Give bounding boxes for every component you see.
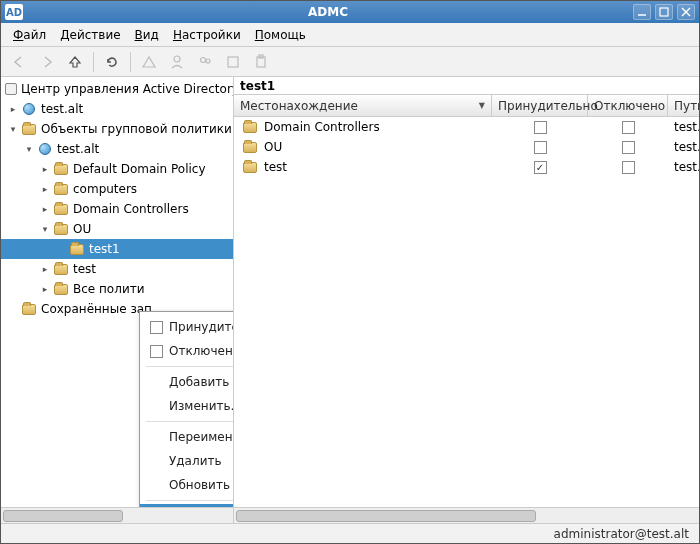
expand-icon[interactable]: ▸: [39, 204, 51, 214]
tree-item-selected[interactable]: test1: [87, 242, 120, 256]
expand-icon[interactable]: ▸: [39, 264, 51, 274]
nav-up-button[interactable]: [63, 50, 87, 74]
expand-icon[interactable]: ▸: [7, 104, 19, 114]
table-row[interactable]: Domain Controllers test.: [234, 117, 699, 137]
folder-icon: [53, 261, 69, 277]
svg-rect-7: [228, 57, 238, 67]
menu-settings[interactable]: Настройки: [167, 25, 247, 45]
menu-file[interactable]: Файл: [7, 25, 52, 45]
toolbar: [1, 47, 699, 77]
expand-icon[interactable]: ▸: [39, 184, 51, 194]
table-body: Domain Controllers test. OU test. test ✓…: [234, 117, 699, 507]
tree-hscroll[interactable]: [1, 507, 233, 523]
path-label: test1: [234, 77, 699, 95]
folder-icon: [21, 301, 37, 317]
checkbox[interactable]: [534, 121, 547, 134]
nav-forward-button[interactable]: [35, 50, 59, 74]
checkbox[interactable]: [622, 141, 635, 154]
table-header: Местонахождение▼ Принудительно Отключено…: [234, 95, 699, 117]
ctx-disabled[interactable]: Отключено: [140, 339, 233, 363]
tree-root[interactable]: Центр управления Active Directory [dc1.t: [19, 82, 233, 96]
ou-button[interactable]: [221, 50, 245, 74]
ctx-forced[interactable]: Принудительно: [140, 315, 233, 339]
ctx-rename[interactable]: Переименовать: [140, 425, 233, 449]
expand-icon[interactable]: ▸: [39, 164, 51, 174]
menubar: Файл Действие Вид Настройки Помощь: [1, 23, 699, 47]
svg-rect-1: [660, 8, 668, 16]
table-hscroll[interactable]: [234, 507, 699, 523]
folder-icon: [242, 139, 258, 155]
tree-domain[interactable]: test.alt: [39, 102, 83, 116]
checkbox[interactable]: [622, 121, 635, 134]
collapse-icon[interactable]: ▾: [7, 124, 19, 134]
folder-icon: [242, 159, 258, 175]
folder-icon: [53, 181, 69, 197]
menu-help[interactable]: Помощь: [249, 25, 312, 45]
col-path[interactable]: Путь: [668, 95, 699, 116]
folder-icon: [53, 221, 69, 237]
maximize-button[interactable]: [655, 4, 673, 20]
ctx-delete[interactable]: Удалить: [140, 449, 233, 473]
folder-icon: [21, 121, 37, 137]
tree-item[interactable]: computers: [71, 182, 137, 196]
tree-gpo-domain[interactable]: test.alt: [55, 142, 99, 156]
tree-view[interactable]: Центр управления Active Directory [dc1.t…: [1, 77, 233, 507]
minimize-button[interactable]: [633, 4, 651, 20]
user-button[interactable]: [165, 50, 189, 74]
table-row[interactable]: OU test.: [234, 137, 699, 157]
group-button[interactable]: [193, 50, 217, 74]
ctx-change[interactable]: Изменить...: [140, 394, 233, 418]
checkbox[interactable]: [534, 141, 547, 154]
ctx-refresh[interactable]: Обновить: [140, 473, 233, 497]
tree-item[interactable]: Default Domain Policy: [71, 162, 206, 176]
tree-item[interactable]: Domain Controllers: [71, 202, 189, 216]
table-row[interactable]: test ✓ test.: [234, 157, 699, 177]
collapse-icon[interactable]: ▾: [39, 224, 51, 234]
nav-back-button[interactable]: [7, 50, 31, 74]
col-forced[interactable]: Принудительно: [492, 95, 588, 116]
app-icon: AD: [5, 4, 23, 20]
status-bar: administrator@test.alt: [1, 523, 699, 543]
tree-item[interactable]: test: [71, 262, 96, 276]
col-disabled[interactable]: Отключено: [588, 95, 668, 116]
folder-icon: [53, 201, 69, 217]
folder-icon: [242, 119, 258, 135]
checkbox-icon: [150, 345, 163, 358]
checkbox[interactable]: [622, 161, 635, 174]
window-title: ADMC: [27, 5, 629, 19]
checkbox-icon: [150, 321, 163, 334]
folder-icon: [53, 161, 69, 177]
sort-desc-icon: ▼: [479, 101, 485, 110]
folder-icon: [69, 241, 85, 257]
svg-point-6: [206, 59, 210, 63]
svg-point-5: [201, 57, 206, 62]
tree-item[interactable]: Все полити: [71, 282, 144, 296]
ctx-add-link[interactable]: Добавить связь...: [140, 370, 233, 394]
menu-action[interactable]: Действие: [54, 25, 126, 45]
refresh-button[interactable]: [100, 50, 124, 74]
tree-item[interactable]: OU: [71, 222, 91, 236]
status-user: administrator@test.alt: [554, 527, 689, 541]
globe-icon: [21, 101, 37, 117]
ctx-properties[interactable]: Свойства: [140, 504, 233, 507]
expand-icon[interactable]: ▸: [39, 284, 51, 294]
col-location[interactable]: Местонахождение▼: [234, 95, 492, 116]
collapse-icon[interactable]: ▾: [23, 144, 35, 154]
checkbox-checked[interactable]: ✓: [534, 161, 547, 174]
menu-view[interactable]: Вид: [129, 25, 165, 45]
close-button[interactable]: [677, 4, 695, 20]
svg-point-4: [174, 56, 180, 62]
tree-gpo[interactable]: Объекты групповой политики: [39, 122, 232, 136]
globe-icon: [37, 141, 53, 157]
root-icon: [5, 81, 17, 97]
folder-icon: [53, 281, 69, 297]
tree-saved[interactable]: Сохранённые зап: [39, 302, 152, 316]
context-menu: Принудительно Отключено Добавить связь..…: [139, 311, 233, 507]
clipboard-button[interactable]: [249, 50, 273, 74]
add-button[interactable]: [137, 50, 161, 74]
